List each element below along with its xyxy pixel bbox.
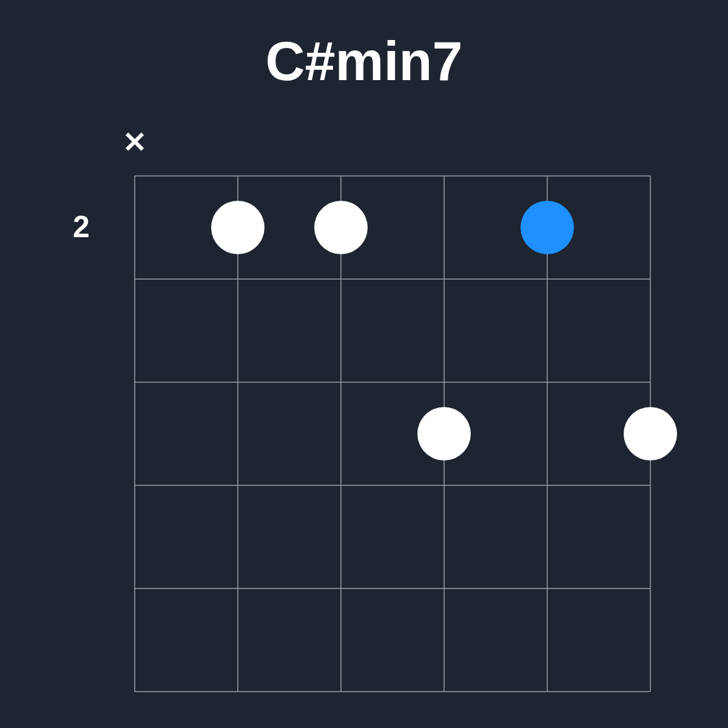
finger-dot xyxy=(211,201,265,254)
starting-fret-label: 2 xyxy=(73,209,90,244)
finger-dot xyxy=(314,201,368,254)
finger-dot xyxy=(417,407,471,460)
chord-diagram xyxy=(108,149,677,718)
finger-dot xyxy=(521,201,574,254)
chord-title: C#min7 xyxy=(0,30,728,93)
finger-dot xyxy=(624,407,677,460)
